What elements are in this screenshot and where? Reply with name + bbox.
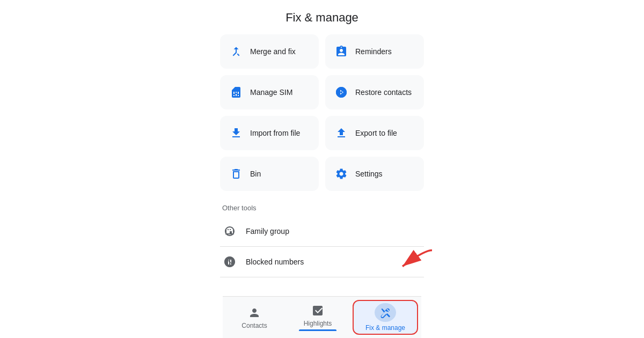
page-container: Fix & manage Merge and fix Reminders Man… xyxy=(113,0,531,338)
card-export-file[interactable]: Export to file xyxy=(325,116,424,150)
list-item-blocked-numbers[interactable]: Blocked numbers xyxy=(220,247,424,277)
merge-icon xyxy=(229,44,244,59)
card-settings[interactable]: Settings xyxy=(325,157,424,191)
fix-manage-nav-label: Fix & manage xyxy=(365,324,405,332)
fix-manage-nav-icon xyxy=(375,303,396,322)
nav-item-fix-manage[interactable]: Fix & manage xyxy=(353,300,418,335)
export-icon xyxy=(334,126,349,141)
card-restore-contacts-label: Restore contacts xyxy=(355,88,412,97)
other-tools-label: Other tools xyxy=(220,204,424,212)
reminders-icon xyxy=(334,44,349,59)
highlights-underline xyxy=(299,329,337,331)
nav-item-contacts[interactable]: Contacts xyxy=(223,297,286,338)
contacts-nav-icon xyxy=(247,306,261,320)
card-manage-sim-label: Manage SIM xyxy=(250,88,292,97)
restore-icon xyxy=(334,85,349,100)
card-bin[interactable]: Bin xyxy=(220,157,319,191)
card-import-file-label: Import from file xyxy=(250,129,300,137)
nav-item-highlights[interactable]: Highlights xyxy=(286,297,349,338)
cards-grid: Merge and fix Reminders Manage SIM Resto… xyxy=(220,34,424,191)
import-icon xyxy=(229,126,244,141)
bin-icon xyxy=(229,166,244,181)
blocked-numbers-icon xyxy=(222,254,237,269)
settings-icon xyxy=(334,166,349,181)
card-reminders-label: Reminders xyxy=(355,47,392,56)
list-item-family-group[interactable]: Family group xyxy=(220,216,424,247)
family-group-label: Family group xyxy=(246,227,289,236)
highlights-nav-icon xyxy=(311,304,325,318)
contacts-nav-label: Contacts xyxy=(241,322,267,329)
card-restore-contacts[interactable]: Restore contacts xyxy=(325,75,424,109)
bottom-nav: Contacts Highlights Fix & manage xyxy=(223,296,421,338)
family-group-icon xyxy=(222,224,237,239)
card-reminders[interactable]: Reminders xyxy=(325,34,424,69)
card-merge-fix-label: Merge and fix xyxy=(250,47,296,56)
page-title: Fix & manage xyxy=(286,11,358,25)
card-bin-label: Bin xyxy=(250,170,261,178)
red-arrow xyxy=(392,248,435,276)
card-settings-label: Settings xyxy=(355,170,383,178)
sim-icon xyxy=(229,85,244,100)
card-merge-fix[interactable]: Merge and fix xyxy=(220,34,319,69)
card-export-file-label: Export to file xyxy=(355,129,397,137)
other-tools-section: Other tools Family group Blocked numbers xyxy=(220,204,424,277)
card-manage-sim[interactable]: Manage SIM xyxy=(220,75,319,109)
highlights-nav-label: Highlights xyxy=(304,320,332,327)
card-import-file[interactable]: Import from file xyxy=(220,116,319,150)
blocked-numbers-label: Blocked numbers xyxy=(246,258,304,266)
